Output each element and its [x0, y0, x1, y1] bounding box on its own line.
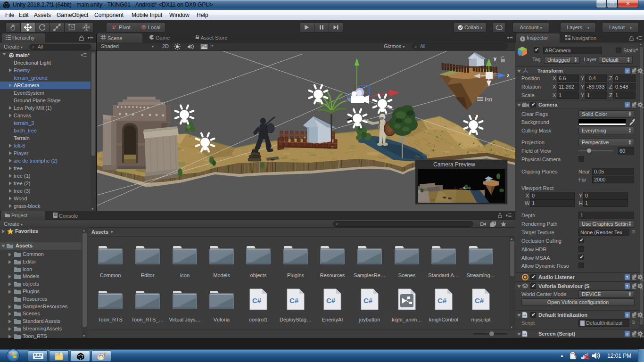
svg-text:?: ? [626, 332, 628, 337]
svg-text:?: ? [626, 69, 628, 74]
svg-text:y: y [494, 56, 497, 61]
svg-text:C#: C# [252, 296, 262, 304]
svg-text:C#: C# [289, 296, 299, 304]
svg-text:?: ? [626, 275, 628, 280]
svg-text:z: z [507, 73, 510, 78]
svg-text:C#: C# [438, 296, 447, 304]
svg-text:Camera Preview: Camera Preview [433, 161, 475, 168]
svg-text:c#: c# [523, 333, 526, 336]
svg-text:C#: C# [326, 296, 336, 304]
svg-text:?: ? [626, 103, 628, 107]
svg-text:?: ? [626, 313, 628, 318]
svg-text:?: ? [626, 284, 628, 289]
svg-text:C#: C# [363, 296, 373, 304]
svg-text:Iso: Iso [485, 96, 492, 103]
svg-text:C#: C# [475, 296, 484, 304]
svg-text:c#: c# [523, 314, 526, 317]
